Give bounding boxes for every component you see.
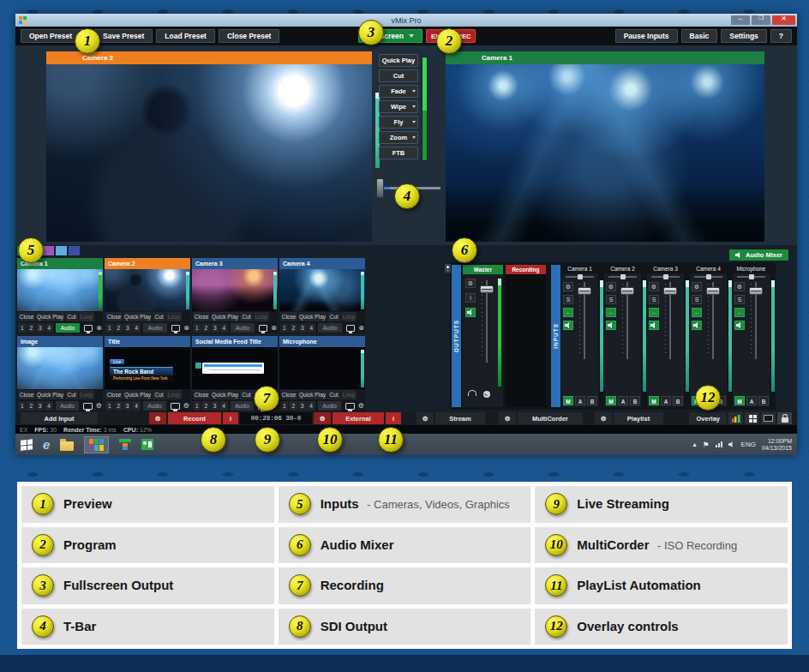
mute-button[interactable] xyxy=(563,321,573,330)
transition-button[interactable]: Fade xyxy=(379,85,418,98)
fullscreen-monitor-icon[interactable] xyxy=(171,325,181,332)
overlay-4-button[interactable]: 4 xyxy=(45,323,54,333)
close-input-button[interactable]: Close xyxy=(193,390,210,399)
overlay-4-button[interactable]: 4 xyxy=(307,401,315,411)
overlay-2-button[interactable]: 2 xyxy=(202,323,211,333)
channel-fader-handle[interactable] xyxy=(706,287,720,295)
quickplay-button[interactable]: Quick Play xyxy=(123,390,152,399)
gear-icon[interactable]: ⚙ xyxy=(358,401,364,411)
fullscreen-monitor-icon[interactable] xyxy=(346,325,356,332)
bus-b-button[interactable]: B xyxy=(587,396,597,405)
quickplay-button[interactable]: Quick Play xyxy=(298,390,327,399)
gear-icon[interactable]: ⚙ xyxy=(183,401,189,411)
overlay-2-button[interactable]: 2 xyxy=(27,401,34,411)
input-thumbnail[interactable]: Title Live The Rock Band Performing Live… xyxy=(105,336,190,411)
loop-button[interactable]: Loop xyxy=(166,312,182,321)
gear-icon[interactable]: ⚙ xyxy=(563,282,573,291)
preview-video[interactable] xyxy=(46,64,372,242)
mute-button[interactable] xyxy=(692,321,702,330)
clock[interactable]: 12:00PM 04/13/2015 xyxy=(762,438,792,452)
pan-slider[interactable] xyxy=(608,276,637,278)
input-video[interactable] xyxy=(17,269,103,311)
overlay-3-button[interactable]: 3 xyxy=(123,323,132,333)
solo-button[interactable]: S xyxy=(649,295,659,304)
preset-button[interactable]: Save Preset xyxy=(94,29,153,43)
fullscreen-monitor-icon[interactable] xyxy=(259,325,268,332)
transition-button[interactable]: FTB xyxy=(379,147,418,159)
overlay-1-button[interactable]: 1 xyxy=(105,401,113,411)
overlay-1-button[interactable]: 1 xyxy=(18,323,27,333)
mute-button[interactable] xyxy=(734,321,745,330)
record-info-button[interactable]: i xyxy=(223,412,238,424)
close-circle-icon[interactable]: ⊗ xyxy=(183,323,189,333)
start-button-icon[interactable] xyxy=(21,439,33,450)
audio-toggle-button[interactable]: Audio xyxy=(231,401,254,411)
channel-fader-handle[interactable] xyxy=(620,287,634,295)
fullscreen-monitor-icon[interactable] xyxy=(345,403,355,410)
bus-a-button[interactable]: A xyxy=(661,396,671,405)
audio-toggle-button[interactable]: Audio xyxy=(56,323,80,333)
transition-button[interactable]: Quick Play xyxy=(379,54,418,67)
bus-b-button[interactable]: B xyxy=(758,396,769,405)
quickplay-button[interactable]: Quick Play xyxy=(211,390,239,399)
input-thumbnail[interactable]: Microphone Close Quick Play Cut Loop 1 xyxy=(279,336,365,411)
transition-button[interactable]: Fly xyxy=(379,116,418,129)
mute-button[interactable] xyxy=(465,308,476,317)
overlay-4-button[interactable]: 4 xyxy=(132,401,140,411)
overlay-1-button[interactable]: 1 xyxy=(18,401,26,411)
category-tab[interactable] xyxy=(69,246,80,255)
gear-icon[interactable]: ⚙ xyxy=(606,282,616,291)
auto-mix-button[interactable]: ← xyxy=(734,308,745,317)
cut-button[interactable]: Cut xyxy=(153,312,165,321)
multicorder-settings-gear-icon[interactable]: ⚙ xyxy=(499,412,516,424)
overlay-button[interactable]: Overlay xyxy=(689,412,727,424)
pan-handle[interactable] xyxy=(749,274,754,279)
tray-expand-icon[interactable]: ▴ xyxy=(693,441,697,448)
playlist-button[interactable]: Playlist xyxy=(614,412,663,424)
cut-button[interactable]: Cut xyxy=(327,312,340,321)
audio-toggle-button[interactable]: Audio xyxy=(143,323,167,333)
overlay-4-button[interactable]: 4 xyxy=(219,401,227,411)
external-info-button[interactable]: i xyxy=(386,412,401,424)
preset-button[interactable]: Close Preset xyxy=(219,29,280,43)
close-input-button[interactable]: Close xyxy=(18,390,35,399)
quickplay-button[interactable]: Quick Play xyxy=(211,312,239,321)
close-input-button[interactable]: Close xyxy=(18,312,35,321)
cut-button[interactable]: Cut xyxy=(327,390,340,399)
add-input-button[interactable]: Add Input xyxy=(21,412,98,424)
input-video[interactable] xyxy=(279,347,365,389)
file-explorer-icon[interactable] xyxy=(60,441,74,451)
volume-icon[interactable] xyxy=(728,441,735,448)
maximize-button[interactable] xyxy=(752,15,770,25)
pan-slider[interactable] xyxy=(651,276,680,278)
transition-button[interactable]: Cut xyxy=(379,69,418,82)
overlay-4-button[interactable]: 4 xyxy=(133,323,141,333)
toolbar-button[interactable]: ? xyxy=(770,29,792,43)
multicorder-button[interactable]: MultiCorder xyxy=(518,412,583,424)
preset-button[interactable]: Load Preset xyxy=(156,29,215,43)
input-video[interactable] xyxy=(192,269,278,311)
bus-a-button[interactable]: A xyxy=(618,396,628,405)
stream-button[interactable]: Stream xyxy=(435,412,485,424)
mute-button[interactable] xyxy=(606,321,616,330)
overlay-1-button[interactable]: 1 xyxy=(280,323,289,333)
overlay-4-button[interactable]: 4 xyxy=(308,323,316,333)
input-thumbnail[interactable]: Camera 1 Close Quick Play Cut Loop 1 2 3… xyxy=(17,258,103,333)
overlay-3-button[interactable]: 3 xyxy=(211,323,219,333)
pan-handle[interactable] xyxy=(620,274,626,279)
fullscreen-monitor-icon[interactable] xyxy=(84,325,93,332)
close-input-button[interactable]: Close xyxy=(280,390,297,399)
multiview-grid-icon[interactable] xyxy=(745,412,759,424)
overlay-1-button[interactable]: 1 xyxy=(105,323,114,333)
close-circle-icon[interactable]: ⊗ xyxy=(358,323,364,333)
channel-fader-handle[interactable] xyxy=(663,287,677,295)
overlay-3-button[interactable]: 3 xyxy=(211,401,219,411)
audio-levels-icon[interactable] xyxy=(728,412,743,424)
transition-button[interactable]: Wipe xyxy=(379,100,418,113)
input-thumbnail[interactable]: Camera 4 Close Quick Play Cut Loop 1 2 3… xyxy=(279,258,365,333)
close-circle-icon[interactable]: ⊗ xyxy=(96,323,102,333)
language-indicator[interactable]: ENG xyxy=(741,441,756,448)
overlay-2-button[interactable]: 2 xyxy=(27,323,36,333)
overlay-2-button[interactable]: 2 xyxy=(115,323,123,333)
toolbar-button[interactable]: Basic xyxy=(681,29,718,43)
